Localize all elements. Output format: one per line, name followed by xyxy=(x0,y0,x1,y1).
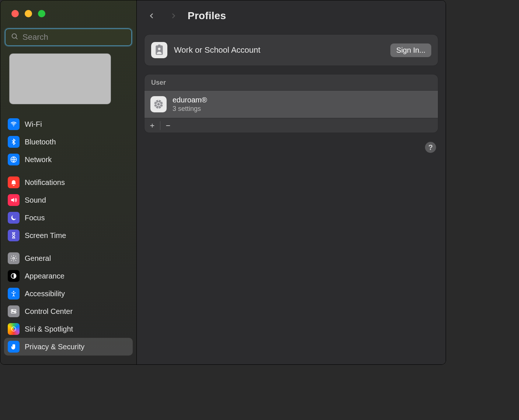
content-area: Profiles Work or School Account Sign In.… xyxy=(137,0,446,364)
svg-point-4 xyxy=(13,258,15,259)
search-field[interactable] xyxy=(5,28,132,46)
sidebar-item-control-center[interactable]: Control Center xyxy=(4,302,133,320)
bluetooth-icon xyxy=(8,136,20,148)
profiles-panel: User xyxy=(144,74,438,133)
account-row: Work or School Account Sign In... xyxy=(144,35,438,66)
sidebar-item-label: Appearance xyxy=(25,272,65,280)
sidebar-item-label: Siri & Spotlight xyxy=(25,325,73,333)
control-center-icon xyxy=(8,305,20,317)
sidebar-group-2: Notifications Sound Focus xyxy=(4,174,133,244)
hourglass-icon xyxy=(8,230,20,241)
apple-id-card[interactable] xyxy=(9,53,111,104)
svg-point-10 xyxy=(14,312,15,313)
close-window-button[interactable] xyxy=(11,10,19,17)
sidebar-item-general[interactable]: General xyxy=(4,249,133,267)
sound-icon xyxy=(8,194,20,206)
search-icon xyxy=(11,32,19,42)
sidebar-item-wifi[interactable]: Wi-Fi xyxy=(4,115,133,133)
svg-point-2 xyxy=(13,126,14,126)
search-container xyxy=(5,28,132,46)
svg-point-14 xyxy=(158,48,161,50)
sidebar-item-label: Wi-Fi xyxy=(25,120,42,129)
profiles-toolbar xyxy=(144,118,438,133)
sidebar-nav: Wi-Fi Bluetooth Network xyxy=(0,108,136,356)
sidebar-item-label: Accessibility xyxy=(25,290,65,298)
sidebar-item-network[interactable]: Network xyxy=(4,151,133,168)
sidebar-item-label: Network xyxy=(25,155,52,164)
wifi-icon xyxy=(8,118,20,130)
sidebar-item-label: Screen Time xyxy=(25,231,66,240)
profile-gear-icon xyxy=(150,96,167,112)
profiles-section-header: User xyxy=(144,74,438,91)
back-button[interactable] xyxy=(147,11,157,21)
sidebar-item-label: Bluetooth xyxy=(25,138,56,146)
accessibility-icon xyxy=(8,288,20,300)
page-title: Profiles xyxy=(188,10,226,22)
sign-in-button[interactable]: Sign In... xyxy=(390,43,431,57)
sidebar-item-notifications[interactable]: Notifications xyxy=(4,174,133,191)
network-icon xyxy=(8,154,20,165)
sidebar-item-label: Control Center xyxy=(25,307,73,316)
sidebar-item-bluetooth[interactable]: Bluetooth xyxy=(4,133,133,151)
forward-button[interactable] xyxy=(168,11,178,21)
sidebar-item-label: Focus xyxy=(25,214,45,222)
account-title: Work or School Account xyxy=(174,45,384,55)
svg-line-1 xyxy=(16,38,17,39)
panels: Work or School Account Sign In... User xyxy=(137,31,446,153)
sidebar-item-label: Notifications xyxy=(25,178,65,187)
remove-profile-button[interactable] xyxy=(160,118,176,133)
sidebar-item-privacy-security[interactable]: Privacy & Security xyxy=(4,338,133,356)
sidebar-item-screen-time[interactable]: Screen Time xyxy=(4,227,133,244)
sidebar-item-focus[interactable]: Focus xyxy=(4,209,133,227)
svg-point-11 xyxy=(11,327,16,331)
profile-subtitle: 3 settings xyxy=(173,105,207,113)
svg-point-6 xyxy=(13,291,14,292)
sidebar: Wi-Fi Bluetooth Network xyxy=(0,0,137,364)
sidebar-group-1: Wi-Fi Bluetooth Network xyxy=(4,115,133,168)
window-controls xyxy=(0,3,136,24)
svg-point-8 xyxy=(12,310,13,311)
sidebar-item-label: General xyxy=(25,254,51,263)
svg-point-0 xyxy=(12,34,17,38)
siri-icon xyxy=(8,323,20,335)
nav-arrows xyxy=(147,11,178,21)
sidebar-item-label: Sound xyxy=(25,196,46,204)
moon-icon xyxy=(8,212,20,224)
account-panel: Work or School Account Sign In... xyxy=(144,34,438,66)
hand-icon xyxy=(8,341,20,353)
sidebar-item-appearance[interactable]: Appearance xyxy=(4,267,133,285)
bell-icon xyxy=(8,176,20,188)
sidebar-item-siri[interactable]: Siri & Spotlight xyxy=(4,320,133,338)
add-profile-button[interactable] xyxy=(144,118,160,133)
help-row: ? xyxy=(144,142,438,153)
appearance-icon xyxy=(8,270,20,282)
sidebar-item-label: Privacy & Security xyxy=(25,343,84,351)
content-header: Profiles xyxy=(137,0,446,31)
search-input[interactable] xyxy=(22,32,126,42)
sidebar-group-3: General Appearance Accessibility xyxy=(4,249,133,356)
profile-row[interactable]: eduroam® 3 settings xyxy=(144,91,438,118)
help-button[interactable]: ? xyxy=(425,142,436,153)
profile-meta: eduroam® 3 settings xyxy=(173,96,207,113)
profile-name: eduroam® xyxy=(173,96,207,104)
minimize-window-button[interactable] xyxy=(25,10,32,17)
id-badge-icon xyxy=(151,42,167,58)
svg-rect-13 xyxy=(158,45,160,46)
sidebar-item-sound[interactable]: Sound xyxy=(4,191,133,209)
settings-window: Wi-Fi Bluetooth Network xyxy=(0,0,446,365)
sidebar-item-accessibility[interactable]: Accessibility xyxy=(4,285,133,302)
zoom-window-button[interactable] xyxy=(38,10,45,17)
gear-icon xyxy=(8,252,20,264)
